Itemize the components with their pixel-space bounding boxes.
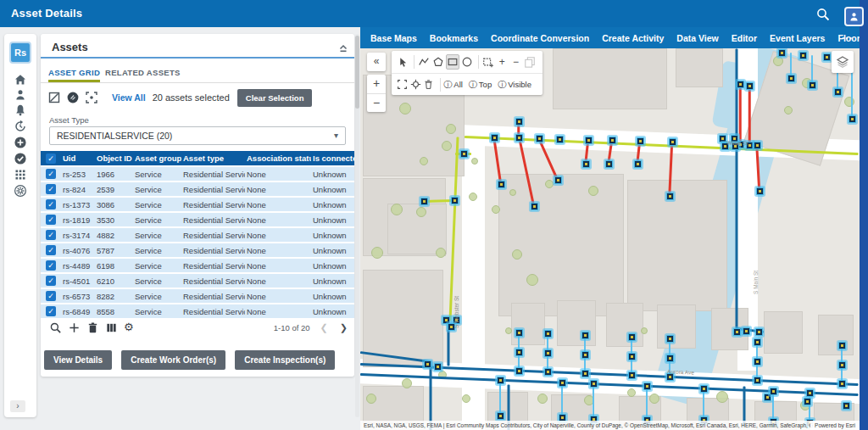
add-selection-icon[interactable]: + — [496, 54, 508, 70]
duplicate-icon[interactable] — [524, 54, 536, 70]
zoom-to-extent-icon[interactable] — [397, 77, 409, 92]
clear-selection-button[interactable]: Clear Selection — [237, 89, 313, 107]
map-menu-item[interactable]: Data View — [676, 33, 718, 43]
table-row[interactable]: ✓rs-45016210ServiceResidential ServiceNo… — [41, 274, 354, 288]
zoom-in-button[interactable]: + — [367, 75, 386, 93]
map-menu-item[interactable]: Editor — [732, 33, 757, 43]
view-all-link[interactable]: View All — [112, 92, 146, 103]
row-checkbox[interactable]: ✓ — [46, 184, 56, 194]
info-top-button[interactable]: ⓘTop — [469, 79, 492, 91]
row-checkbox[interactable]: ✓ — [46, 245, 56, 255]
delete-icon[interactable] — [86, 321, 99, 334]
table-row[interactable]: ✓rs-2531966ServiceResidential ServiceNon… — [41, 167, 354, 181]
table-row[interactable]: ✓rs-68498558ServiceResidential ServiceNo… — [41, 304, 354, 318]
info-visible-button[interactable]: ⓘVisible — [498, 79, 531, 91]
polyline-tool-icon[interactable] — [418, 54, 430, 70]
map-menu-item[interactable]: Event Layers — [770, 33, 825, 43]
history-icon[interactable] — [14, 120, 27, 133]
add-icon[interactable] — [14, 136, 27, 149]
circle-tool-icon[interactable] — [461, 54, 473, 70]
asset-node-marker — [669, 138, 676, 146]
add-row-icon[interactable] — [68, 321, 81, 334]
select-extent-icon[interactable] — [47, 91, 61, 104]
table-cell: Residential Service — [181, 185, 245, 194]
users-icon[interactable] — [14, 88, 27, 102]
app-window: Asset Details Rs › Assets ASSET GRID — [0, 0, 868, 430]
info-all-button[interactable]: ⓘAll — [443, 79, 463, 91]
collapse-toolbar-button[interactable]: « — [367, 53, 386, 71]
table-row[interactable]: ✓rs-44896198ServiceResidential ServiceNo… — [41, 259, 354, 272]
column-header: Association status — [245, 154, 311, 163]
row-checkbox[interactable]: ✓ — [46, 291, 56, 301]
asset-node-marker — [497, 377, 504, 384]
row-checkbox[interactable]: ✓ — [46, 169, 56, 179]
row-checkbox[interactable]: ✓ — [46, 306, 56, 316]
table-row[interactable]: ✓rs-31744882ServiceResidential ServiceNo… — [41, 228, 354, 242]
tab-related-assets[interactable]: RELATED ASSETS — [105, 68, 181, 77]
map-menu-item[interactable]: Base Maps — [370, 33, 417, 43]
select-rectangle-icon[interactable] — [482, 54, 494, 70]
table-cell: Residential Service — [181, 215, 245, 225]
tab-asset-grid[interactable]: ASSET GRID — [48, 68, 100, 82]
street-label-webster: S Webster St — [453, 296, 459, 328]
panel-scrollbar[interactable] — [355, 34, 359, 417]
table-row[interactable]: ✓rs-13733086ServiceResidential ServiceNo… — [41, 198, 354, 211]
table-cell: Residential Service — [181, 307, 245, 316]
pan-to-icon[interactable] — [410, 77, 422, 92]
grid-settings-icon[interactable]: ⚙ — [124, 321, 134, 333]
map-menu-item[interactable]: Create Activity — [602, 33, 664, 43]
table-row[interactable]: ✓rs-8242539ServiceResidential ServiceNon… — [41, 182, 354, 196]
notifications-icon[interactable] — [14, 103, 27, 117]
approvals-icon[interactable] — [14, 152, 27, 165]
info-icon: ⓘ — [469, 80, 477, 89]
page-next-icon[interactable]: ❯ — [340, 322, 348, 333]
scrollbar-thumb[interactable] — [355, 36, 359, 109]
discard-sketch-icon[interactable] — [423, 77, 435, 92]
avatar[interactable]: Rs — [9, 42, 31, 64]
map-selection-icon[interactable] — [66, 91, 80, 104]
tree — [649, 394, 659, 404]
zoom-to-selection-icon[interactable] — [85, 91, 98, 104]
create-work-orders-button[interactable]: Create Work Order(s) — [121, 350, 225, 370]
create-inspections-button[interactable]: Create Inspection(s) — [235, 350, 335, 370]
table-row[interactable]: ✓rs-65738282ServiceResidential ServiceNo… — [41, 289, 354, 303]
map-menu-item[interactable]: Coordinate Conversion — [491, 33, 589, 43]
apps-icon[interactable] — [14, 168, 27, 181]
view-details-button[interactable]: View Details — [44, 350, 112, 370]
home-icon[interactable] — [14, 73, 27, 87]
polygon-tool-icon[interactable] — [431, 54, 443, 70]
sidebar-expand-button[interactable]: › — [10, 400, 25, 412]
row-checkbox[interactable]: ✓ — [46, 199, 56, 209]
row-checkbox[interactable]: ✓ — [46, 276, 56, 286]
basemap-layers-button[interactable] — [832, 51, 854, 73]
columns-icon[interactable] — [105, 321, 118, 334]
table-row[interactable]: ✓rs-18193530ServiceResidential ServiceNo… — [41, 213, 354, 226]
search-icon[interactable] — [815, 7, 831, 22]
table-cell: None — [245, 292, 311, 301]
row-checkbox[interactable]: ✓ — [46, 215, 56, 225]
map-menu-item[interactable]: Bookmarks — [430, 33, 478, 43]
menu-overflow-icon[interactable]: ... — [842, 30, 853, 42]
rectangle-tool-icon[interactable] — [446, 54, 459, 70]
table-cell: Service — [133, 215, 181, 225]
table-row[interactable]: ✓rs-40765787ServiceResidential ServiceNo… — [41, 243, 354, 257]
page-prev-icon[interactable]: ❮ — [320, 322, 328, 333]
row-checkbox[interactable]: ✓ — [46, 230, 56, 240]
utility-line — [424, 199, 454, 203]
profile-button[interactable] — [844, 7, 864, 26]
collapse-panel-icon[interactable] — [337, 42, 349, 53]
row-checkbox[interactable]: ✓ — [46, 260, 56, 271]
sidebar: Rs › — [4, 34, 36, 417]
map-canvas[interactable]: Water St Aurora Ave S Webster St S Main … — [360, 48, 860, 430]
zoom-out-button[interactable]: − — [367, 93, 386, 112]
table-cell: None — [245, 276, 311, 286]
column-header: Is connecte — [311, 154, 354, 163]
remove-selection-icon[interactable]: − — [509, 54, 521, 70]
search-grid-icon[interactable] — [49, 321, 62, 334]
table-cell: rs-4501 — [61, 276, 95, 286]
select-all-checkbox[interactable]: ✓ — [46, 154, 56, 164]
asset-type-dropdown[interactable]: RESIDENTIALSERVICE (20) ▾ — [49, 126, 346, 145]
pointer-tool-icon[interactable] — [397, 54, 409, 70]
settings-icon[interactable] — [14, 184, 27, 198]
selected-count: 20 assets selected — [153, 92, 230, 103]
